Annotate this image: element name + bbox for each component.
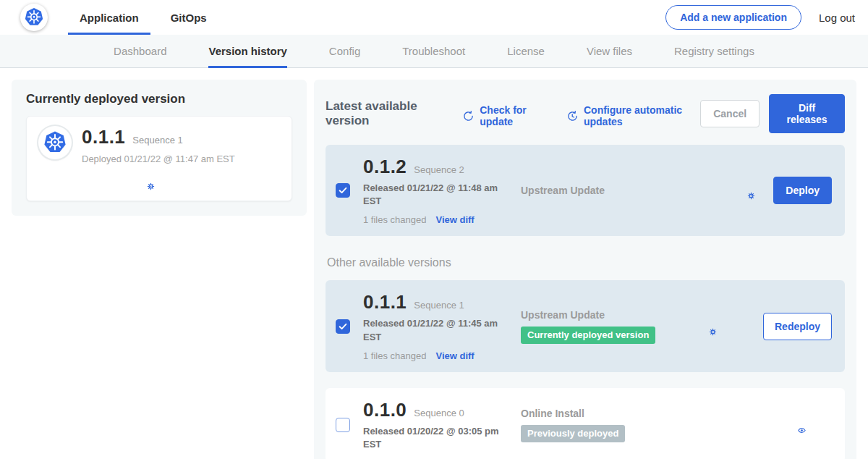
version-row: 0.1.0 Sequence 0 Released 01/20/22 @ 03:… <box>326 388 845 459</box>
cancel-button[interactable]: Cancel <box>700 100 760 127</box>
release-notes-icon[interactable] <box>82 172 99 190</box>
version-info: 0.1.1 Sequence 1 Released 01/21/22 @ 11:… <box>363 291 516 361</box>
released-timestamp: Released 01/20/22 @ 03:05 pm EST <box>363 425 516 451</box>
latest-version-heading: Latest available version <box>326 99 443 128</box>
edit-config-icon[interactable] <box>135 172 153 190</box>
version-info: 0.1.2 Sequence 2 Released 01/21/22 @ 11:… <box>363 156 516 225</box>
check-for-update-link[interactable]: Check for update <box>462 104 548 127</box>
deployed-version-card: 0.1.1 Sequence 1 Deployed 01/21/22 @ 11:… <box>26 116 292 201</box>
deployed-actions <box>82 172 235 190</box>
version-source: Upstream Update <box>516 185 707 196</box>
refresh-icon <box>462 110 475 122</box>
other-versions-heading: Other available versions <box>327 256 845 269</box>
previously-deployed-badge: Previously deployed <box>521 425 625 442</box>
kubernetes-helm-wheel-icon <box>23 7 45 28</box>
tab-gitops[interactable]: GitOps <box>159 0 218 35</box>
tab-application[interactable]: Application <box>68 0 150 35</box>
view-diff-link[interactable]: View diff <box>435 214 474 225</box>
app-nav: Dashboard Version history Config Trouble… <box>0 35 868 68</box>
deployed-version-number: 0.1.1 <box>82 126 125 148</box>
panel-header: Latest available version Check for updat… <box>326 94 845 133</box>
version-source: Upstream Update Currently deployed versi… <box>516 309 669 344</box>
edit-config-icon[interactable] <box>697 318 715 335</box>
configure-updates-link[interactable]: Configure automatic updates <box>566 104 700 127</box>
edit-config-icon[interactable] <box>736 182 753 199</box>
kubernetes-helm-wheel-icon <box>42 130 68 156</box>
files-changed-label: 1 files changed <box>363 214 426 225</box>
version-row: 0.1.1 Sequence 1 Released 01/21/22 @ 11:… <box>326 280 845 371</box>
currently-deployed-badge: Currently deployed version <box>521 327 655 344</box>
view-logs-icon[interactable] <box>814 416 832 434</box>
app-logo[interactable] <box>20 4 48 31</box>
version-number: 0.1.2 <box>363 156 407 178</box>
sequence-label: Sequence 2 <box>414 164 464 175</box>
version-checkbox[interactable] <box>336 418 350 432</box>
release-notes-icon[interactable] <box>669 318 686 335</box>
deployed-version-info: 0.1.1 Sequence 1 Deployed 01/21/22 @ 11:… <box>82 126 235 190</box>
release-notes-icon[interactable] <box>758 416 775 434</box>
checkmark-icon <box>338 321 348 332</box>
configure-updates-label: Configure automatic updates <box>584 104 700 127</box>
version-number: 0.1.0 <box>363 399 407 421</box>
view-config-icon[interactable] <box>786 416 804 434</box>
view-logs-icon[interactable] <box>726 318 743 335</box>
version-checkbox[interactable] <box>336 319 350 334</box>
deployed-sequence-label: Sequence 1 <box>132 135 182 146</box>
sequence-label: Sequence 0 <box>414 408 464 418</box>
release-notes-icon[interactable] <box>707 182 725 199</box>
source-label: Upstream Update <box>521 185 707 196</box>
diff-releases-button[interactable]: Diff releases <box>769 94 845 133</box>
version-history-panel: Latest available version Check for updat… <box>314 80 856 459</box>
version-source: Online Install Previously deployed <box>516 408 758 442</box>
nav-version-history[interactable]: Version history <box>208 35 286 68</box>
topbar-right: Add a new application Log out <box>665 5 855 30</box>
row-actions: Deploy <box>707 177 833 204</box>
deploy-button[interactable]: Deploy <box>773 177 832 204</box>
source-label: Online Install <box>521 408 758 419</box>
view-logs-icon[interactable] <box>109 172 126 190</box>
version-info: 0.1.0 Sequence 0 Released 01/20/22 @ 03:… <box>363 399 516 451</box>
files-changed-label: 1 files changed <box>363 350 426 361</box>
currently-deployed-card: Currently deployed version 0.1.1 Sequenc… <box>12 80 307 216</box>
checkmark-icon <box>338 185 348 195</box>
add-application-button[interactable]: Add a new application <box>665 5 801 30</box>
view-diff-link[interactable]: View diff <box>435 350 474 361</box>
redeploy-button[interactable]: Redeploy <box>763 313 832 340</box>
sequence-label: Sequence 1 <box>414 300 464 311</box>
check-for-update-label: Check for update <box>480 104 548 127</box>
top-bar: Application GitOps Add a new application… <box>0 0 868 35</box>
row-actions: Redeploy <box>669 313 833 340</box>
logout-link[interactable]: Log out <box>819 12 855 24</box>
nav-registry-settings[interactable]: Registry settings <box>674 35 754 68</box>
released-timestamp: Released 01/21/22 @ 11:45 am EST <box>363 317 516 343</box>
main-content: Currently deployed version 0.1.1 Sequenc… <box>0 68 868 459</box>
nav-troubleshoot[interactable]: Troubleshoot <box>402 35 465 68</box>
version-row: 0.1.2 Sequence 2 Released 01/21/22 @ 11:… <box>326 145 845 236</box>
deployed-timestamp: Deployed 01/21/22 @ 11:47 am EST <box>82 153 235 164</box>
nav-view-files[interactable]: View files <box>587 35 632 68</box>
app-icon <box>38 126 72 159</box>
nav-dashboard[interactable]: Dashboard <box>114 35 166 68</box>
version-number: 0.1.1 <box>363 291 407 313</box>
nav-license[interactable]: License <box>507 35 545 68</box>
version-checkbox[interactable] <box>336 183 350 198</box>
source-label: Upstream Update <box>521 309 669 321</box>
row-actions <box>758 416 833 434</box>
nav-config[interactable]: Config <box>329 35 360 68</box>
clock-refresh-icon <box>566 110 579 122</box>
released-timestamp: Released 01/21/22 @ 11:48 am EST <box>363 182 516 208</box>
deployed-card-title: Currently deployed version <box>26 92 292 106</box>
